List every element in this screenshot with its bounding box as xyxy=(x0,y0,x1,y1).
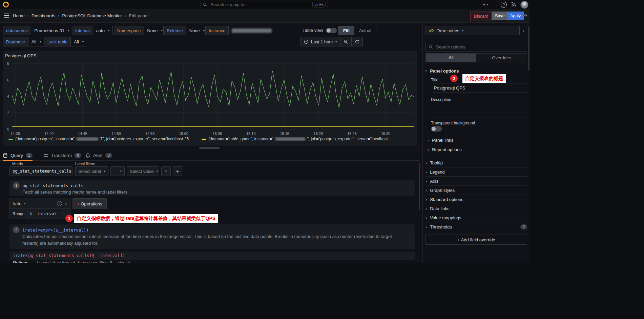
news-button[interactable] xyxy=(511,2,516,7)
zoom-out-button[interactable] xyxy=(340,37,352,46)
options-values: Legend: Auto Format: Time series Step: $… xyxy=(37,260,129,263)
remove-filter-button[interactable]: × xyxy=(161,166,171,176)
search-shortcut-kbd: ctrl+k xyxy=(312,2,326,7)
expr-metric: pg_stat_statements_calls[$__interval] xyxy=(28,253,122,258)
sidebar-scrollbar[interactable] xyxy=(528,26,529,71)
breadcrumb-bar: Home › Dashboards › PostgreSQL Database … xyxy=(0,9,530,23)
variable-value-dropdown[interactable]: All▾ xyxy=(28,37,45,46)
svg-text:2: 2 xyxy=(7,111,9,115)
pane-divider[interactable] xyxy=(422,22,423,263)
breadcrumb-separator: › xyxy=(58,13,59,18)
options-filter-tabs: All Overrides xyxy=(425,53,527,62)
subsection-repeat-options[interactable]: › Repeat options xyxy=(428,145,527,154)
legend-item-postgres[interactable]: {datname="postgres", instance="7", job="… xyxy=(8,137,192,141)
variable-label: datasource xyxy=(3,26,31,35)
add-field-override-button[interactable]: + Add field override xyxy=(425,235,527,245)
actual-option[interactable]: Actual xyxy=(354,26,376,35)
chevron-down-icon: ▾ xyxy=(40,40,41,43)
collapse-pane-button[interactable]: › xyxy=(523,27,524,33)
info-icon[interactable]: i xyxy=(57,201,62,206)
variable-label: Lock table xyxy=(44,37,71,46)
global-search[interactable]: ctrl+k xyxy=(201,1,328,8)
tab-query[interactable]: Query 1 xyxy=(3,151,33,161)
close-icon: × xyxy=(165,169,167,174)
section-tooltip[interactable]: ›Tooltip xyxy=(425,158,527,167)
breadcrumb-separator: › xyxy=(125,13,126,18)
tab-all[interactable]: All xyxy=(426,54,476,62)
metric-select[interactable]: pg_stat_statements_calls▾ xyxy=(9,166,72,176)
label-filter-operator-select[interactable]: =▾ xyxy=(110,166,125,176)
collapse-header-button[interactable] xyxy=(523,14,528,18)
panel-title[interactable]: Postgresql QPS xyxy=(5,53,37,58)
range-select[interactable]: $__interval▾ xyxy=(27,210,67,218)
apply-button[interactable]: Apply xyxy=(507,12,524,20)
panel-description-textarea[interactable] xyxy=(431,103,527,118)
variable-value-dropdown[interactable]: auto▾ xyxy=(93,26,113,35)
breadcrumb-dashboard-name[interactable]: PostgreSQL Database Monitor xyxy=(62,13,122,18)
variable-value-dropdown[interactable]: All▾ xyxy=(71,37,87,46)
section-value-mappings[interactable]: ›Value mappings xyxy=(425,213,527,222)
tab-transform[interactable]: Transform 0 xyxy=(43,151,81,160)
fill-option[interactable]: Fill xyxy=(338,26,354,35)
panel-title-input[interactable] xyxy=(431,83,527,93)
label-filter-label-select[interactable]: Select label▾ xyxy=(75,166,108,176)
menu-toggle-button[interactable] xyxy=(3,13,9,18)
label-filter-value-select[interactable]: Select value▾ xyxy=(127,166,159,176)
query-options-summary[interactable]: Options Legend: Auto Format: Time series… xyxy=(13,260,130,263)
breadcrumb-home[interactable]: Home xyxy=(13,13,25,18)
chevron-down-icon: ▾ xyxy=(24,202,26,205)
variable-value-dropdown[interactable]: None▾ xyxy=(186,26,208,35)
variable-value-dropdown[interactable]: None▾ xyxy=(144,26,166,35)
section-legend[interactable]: ›Legend xyxy=(425,167,527,177)
svg-text:15:10: 15:10 xyxy=(246,132,256,136)
add-operations-button[interactable]: + Operations xyxy=(72,198,107,209)
chevron-down-icon: ▾ xyxy=(63,213,65,216)
section-axis[interactable]: ›Axis xyxy=(425,176,527,186)
new-menu-button[interactable]: + ▾ xyxy=(482,1,488,7)
chevron-down-icon: ▾ xyxy=(120,170,122,173)
search-input[interactable] xyxy=(210,2,310,7)
section-data-links[interactable]: ›Data links xyxy=(425,204,527,213)
chevron-right-icon: › xyxy=(425,170,427,174)
breadcrumb-dashboards[interactable]: Dashboards xyxy=(32,13,55,18)
operation-name-select[interactable]: Irate xyxy=(13,201,21,206)
user-avatar[interactable] xyxy=(520,1,528,9)
zoom-out-icon xyxy=(344,39,348,44)
svg-text:6: 6 xyxy=(7,78,9,82)
save-button[interactable]: Save xyxy=(492,12,508,20)
tab-overrides[interactable]: Overrides xyxy=(476,54,527,62)
variable-value-dropdown[interactable] xyxy=(229,26,275,35)
legend-item-table-game[interactable]: {datname="table_game", instance="", job=… xyxy=(202,137,392,141)
remove-operation-button[interactable]: × xyxy=(65,201,67,206)
panel-resize-handle[interactable] xyxy=(199,147,220,149)
clock-icon xyxy=(304,39,309,44)
section-graph-styles[interactable]: ›Graph styles xyxy=(425,185,527,195)
table-view-toggle[interactable] xyxy=(326,28,337,33)
editor-scrollbar[interactable] xyxy=(419,163,420,210)
time-range-picker[interactable]: Last 1 hour ▾ xyxy=(300,37,340,46)
grafana-logo-icon[interactable] xyxy=(2,1,9,8)
svg-text:0: 0 xyxy=(7,127,9,131)
add-filter-button[interactable]: + xyxy=(173,166,182,176)
section-standard-options[interactable]: ›Standard options xyxy=(425,195,527,204)
tab-alert[interactable]: Alert 0 xyxy=(85,151,112,160)
variable-value-dropdown[interactable]: Prometheus-01▾ xyxy=(31,26,72,35)
transparent-bg-toggle[interactable] xyxy=(431,126,442,132)
variable-lock-table: Lock table All▾ xyxy=(44,37,87,46)
options-search[interactable] xyxy=(425,42,527,52)
search-icon xyxy=(429,45,433,49)
help-button[interactable]: ? xyxy=(501,2,507,8)
section-panel-options[interactable]: › Panel options xyxy=(425,68,459,74)
visualization-picker[interactable]: Time series ▾ xyxy=(425,26,520,35)
chevron-up-icon xyxy=(523,14,528,18)
description-field-label: Description xyxy=(431,97,451,102)
options-search-input[interactable] xyxy=(435,44,524,50)
discard-button[interactable]: Discard xyxy=(470,12,492,21)
subsection-panel-links[interactable]: › Panel links xyxy=(428,136,527,145)
section-thresholds[interactable]: ›Thresholds 2 xyxy=(425,222,527,232)
svg-text:15:00: 15:00 xyxy=(179,132,188,136)
refresh-button[interactable] xyxy=(351,37,363,46)
time-series-chart[interactable]: 0246814:3514:4014:4514:5014:5515:0015:05… xyxy=(3,60,415,138)
step-code: pg_stat_statements_calls xyxy=(22,183,84,188)
refresh-icon xyxy=(355,39,359,44)
